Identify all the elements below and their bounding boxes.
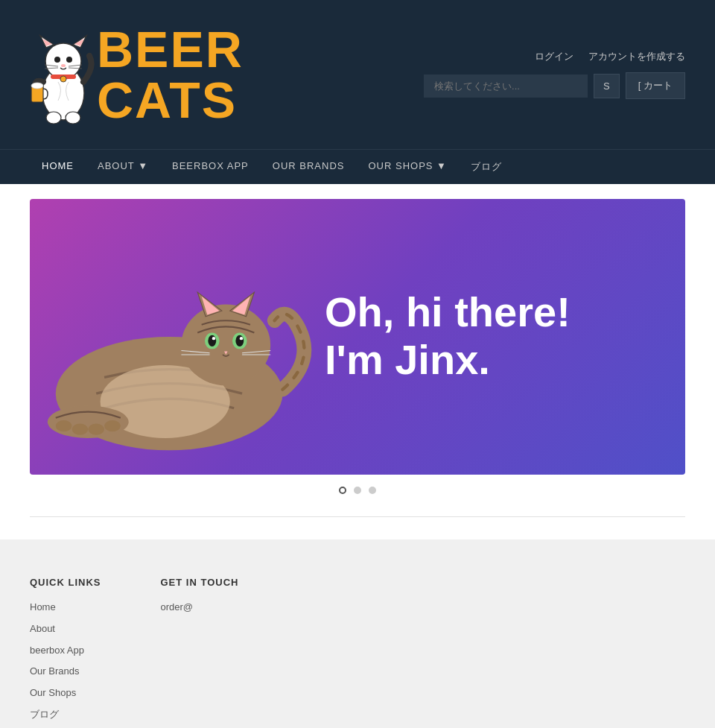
svg-point-38 <box>56 420 72 431</box>
svg-point-29 <box>235 335 244 346</box>
svg-point-17 <box>46 112 61 124</box>
site-header: BEER CATS ログイン アカウントを作成する S [ カート <box>0 0 715 149</box>
footer-email: order@ <box>161 600 239 615</box>
nav-brands[interactable]: OUR BRANDS <box>261 150 357 184</box>
search-button[interactable]: S <box>594 74 620 98</box>
content-divider <box>30 516 685 517</box>
footer-quick-links: QUICK LINKS Home About beerbox App Our B… <box>30 577 101 728</box>
svg-point-30 <box>212 337 215 340</box>
quick-links-heading: QUICK LINKS <box>30 577 101 588</box>
header-right: ログイン アカウントを作成する S [ カート <box>424 50 685 99</box>
logo-cat-icon <box>30 22 97 127</box>
logo-beer: BEER <box>97 24 244 75</box>
footer-link-beerbox[interactable]: beerbox App <box>30 643 101 659</box>
login-link[interactable]: ログイン <box>535 50 573 63</box>
hero-text-area: Oh, hi there! I'm Jinx. <box>325 274 685 400</box>
svg-point-18 <box>66 112 80 124</box>
svg-point-8 <box>61 64 66 67</box>
slider-dots <box>0 475 715 516</box>
footer-columns: QUICK LINKS Home About beerbox App Our B… <box>30 577 685 728</box>
nav-home[interactable]: HOME <box>30 150 86 184</box>
search-row: S [ カート <box>424 72 685 99</box>
slider-dot-1[interactable] <box>339 487 346 494</box>
footer-link-about[interactable]: About <box>30 621 101 637</box>
nav-shops[interactable]: OUR SHOPS ▼ <box>356 150 459 184</box>
nav-beerbox[interactable]: BEERBOX APP <box>160 150 261 184</box>
header-top-links: ログイン アカウントを作成する <box>535 50 685 63</box>
cart-button[interactable]: [ カート <box>626 72 685 99</box>
svg-point-31 <box>240 337 243 340</box>
svg-point-14 <box>31 83 43 89</box>
logo-area: BEER CATS <box>30 22 244 127</box>
hero-line1: Oh, hi there! <box>325 289 571 335</box>
hero-slider: Oh, hi there! I'm Jinx. <box>0 184 715 475</box>
footer-link-blog[interactable]: ブログ <box>30 707 101 723</box>
svg-point-28 <box>208 335 216 346</box>
jinx-cat-image <box>30 199 325 475</box>
footer-link-home[interactable]: Home <box>30 600 101 615</box>
svg-point-39 <box>72 423 89 434</box>
slider-dot-3[interactable] <box>369 487 376 494</box>
main-nav: HOME ABOUT ▼ BEERBOX APP OUR BRANDS OUR … <box>0 149 715 184</box>
logo-text: BEER CATS <box>97 24 244 125</box>
footer-get-in-touch: GET IN TOUCH order@ <box>161 577 239 728</box>
hero-cat-area <box>30 199 325 475</box>
logo-cats: CATS <box>97 75 244 125</box>
hero-slide: Oh, hi there! I'm Jinx. <box>30 199 685 475</box>
svg-point-6 <box>54 57 60 63</box>
slider-dot-2[interactable] <box>354 487 361 494</box>
svg-point-7 <box>66 57 72 63</box>
svg-point-41 <box>104 420 121 431</box>
create-account-link[interactable]: アカウントを作成する <box>588 50 685 63</box>
get-in-touch-heading: GET IN TOUCH <box>161 577 239 588</box>
search-input[interactable] <box>424 75 588 98</box>
nav-blog[interactable]: ブログ <box>459 150 514 184</box>
footer-link-shops[interactable]: Our Shops <box>30 686 101 701</box>
nav-about[interactable]: ABOUT ▼ <box>86 150 160 184</box>
svg-point-16 <box>60 76 66 82</box>
site-footer: QUICK LINKS Home About beerbox App Our B… <box>0 539 715 728</box>
footer-link-brands[interactable]: Our Brands <box>30 664 101 680</box>
svg-point-1 <box>45 43 81 79</box>
svg-point-21 <box>181 304 270 385</box>
svg-point-40 <box>88 423 104 434</box>
hero-line2: I'm Jinx. <box>325 335 490 384</box>
